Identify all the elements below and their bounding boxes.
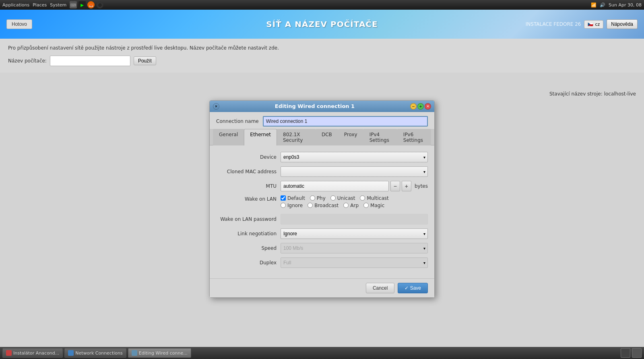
cloned-mac-control — [281, 166, 428, 177]
speed-control: 100 Mb/s 10 Mb/s 1000 Mb/s — [281, 243, 428, 253]
volume-icon: 🔊 — [600, 2, 605, 8]
cloned-mac-label: Cloned MAC address — [216, 169, 281, 174]
network-status-icon: 📶 — [591, 2, 597, 8]
wake-magic-label: Magic — [370, 203, 384, 208]
firefox-icon[interactable]: 🦊 — [87, 1, 95, 8]
wake-broadcast[interactable]: Broadcast — [308, 203, 339, 208]
duplex-row: Duplex Full Half — [216, 257, 428, 268]
mtu-plus-btn[interactable]: + — [402, 181, 411, 191]
dialog-minimize-btn[interactable]: − — [410, 103, 417, 110]
wake-arp[interactable]: Arp — [343, 203, 359, 208]
wake-phy-radio[interactable] — [310, 195, 315, 201]
datetime-label: Sun Apr 30, 08 — [609, 2, 642, 8]
lang-label: cz — [595, 22, 600, 27]
dialog-close-btn[interactable]: ✕ — [425, 103, 431, 110]
tab-ethernet[interactable]: Ethernet — [244, 129, 277, 145]
bytes-label: bytes — [415, 183, 428, 189]
duplex-control: Full Half — [281, 257, 428, 268]
menu-system[interactable]: System — [50, 2, 66, 8]
link-negotiation-label: Link negotiation — [216, 231, 281, 237]
wake-unicast[interactable]: Unicast — [330, 195, 355, 201]
wake-broadcast-label: Broadcast — [314, 203, 339, 208]
header-subtitle: INSTALACE FEDORE 26 — [526, 21, 581, 27]
menu-places[interactable]: Places — [33, 2, 47, 8]
device-control: enp0s3 — [281, 152, 428, 162]
dialog-titlebar: ✕ Editing Wired connection 1 − + ✕ — [210, 101, 434, 112]
connection-name-input[interactable] — [263, 116, 428, 127]
speed-dropdown[interactable]: 100 Mb/s 10 Mb/s 1000 Mb/s — [281, 243, 428, 253]
dialog-footer: Cancel ✓ Save — [210, 278, 434, 297]
wake-password-input[interactable] — [281, 214, 428, 224]
cloned-mac-dropdown[interactable] — [281, 166, 428, 177]
wake-multicast-label: Multicast — [367, 195, 388, 201]
tab-dcb[interactable]: DCB — [316, 129, 338, 145]
lang-selector[interactable]: 🇨🇿 cz — [584, 20, 603, 29]
tab-ipv4-settings[interactable]: IPv4 Settings — [363, 129, 397, 145]
wake-phy-label: Phy — [317, 195, 326, 201]
wake-password-label: Wake on LAN password — [216, 216, 281, 222]
wake-password-control — [281, 214, 428, 224]
duplex-dropdown[interactable]: Full Half — [281, 257, 428, 268]
header-right: INSTALACE FEDORE 26 🇨🇿 cz Nápověda — [526, 19, 638, 29]
ethernet-tab-content: Device enp0s3 Cloned MAC address — [210, 145, 434, 278]
wake-arp-radio[interactable] — [343, 203, 349, 208]
wake-password-row: Wake on LAN password — [216, 214, 428, 224]
flag-icon: 🇨🇿 — [588, 22, 593, 27]
taskbar-top: Applications Places System ⌨ ▶ 🦊 ⊙ 📶 🔊 S… — [0, 0, 644, 10]
device-label: Device — [216, 154, 281, 160]
wake-on-lan-row: Wake on LAN Default Phy Unic — [216, 195, 428, 210]
tab-proxy[interactable]: Proxy — [338, 129, 363, 145]
dialog-close-btn-left[interactable]: ✕ — [213, 103, 219, 110]
wake-phy[interactable]: Phy — [310, 195, 326, 201]
github-icon[interactable]: ⊙ — [96, 1, 103, 8]
wake-multicast[interactable]: Multicast — [360, 195, 388, 201]
dialog-title-buttons-left: ✕ — [213, 103, 219, 110]
speed-row: Speed 100 Mb/s 10 Mb/s 1000 Mb/s — [216, 243, 428, 253]
wake-options: Default Phy Unicast Multicast — [281, 195, 428, 210]
wake-broadcast-radio[interactable] — [308, 203, 313, 208]
taskbar-top-right: 📶 🔊 Sun Apr 30, 08 — [591, 2, 642, 8]
wake-multicast-radio[interactable] — [360, 195, 365, 201]
duplex-label: Duplex — [216, 260, 281, 266]
wake-default-label: Default — [287, 195, 305, 201]
menu-applications[interactable]: Applications — [2, 2, 29, 8]
wake-magic-radio[interactable] — [363, 203, 369, 208]
terminal-icon[interactable]: ▶ — [78, 1, 86, 8]
tab-general[interactable]: General — [213, 129, 244, 145]
app-icons: ⌨ ▶ 🦊 ⊙ — [70, 1, 103, 8]
cancel-button[interactable]: Cancel — [366, 283, 394, 293]
edit-dialog: ✕ Editing Wired connection 1 − + ✕ Conne… — [209, 100, 435, 298]
link-negotiation-dropdown[interactable]: Ignore Automatic Manual — [281, 228, 428, 239]
wake-options-row-1: Default Phy Unicast Multicast — [281, 195, 428, 201]
tab-802-1x-security[interactable]: 802.1X Security — [277, 129, 316, 145]
dialog-title: Editing Wired connection 1 — [219, 103, 410, 109]
dialog-maximize-btn[interactable]: + — [417, 103, 424, 110]
taskbar-top-left: Applications Places System ⌨ ▶ 🦊 ⊙ — [2, 1, 103, 8]
wake-on-lan-label: Wake on LAN — [216, 195, 281, 202]
device-dropdown[interactable]: enp0s3 — [281, 152, 428, 162]
duplex-dropdown-wrap: Full Half — [281, 257, 428, 268]
speed-dropdown-wrap: 100 Mb/s 10 Mb/s 1000 Mb/s — [281, 243, 428, 253]
mtu-label: MTU — [216, 183, 281, 189]
wake-default-checkbox[interactable] — [281, 195, 286, 201]
header-left: Hotovo — [6, 19, 32, 29]
mtu-input[interactable] — [281, 181, 389, 191]
wake-ignore[interactable]: Ignore — [281, 203, 303, 208]
save-button[interactable]: ✓ Save — [398, 283, 428, 293]
wake-magic[interactable]: Magic — [363, 203, 384, 208]
wake-unicast-radio[interactable] — [330, 195, 336, 201]
done-button[interactable]: Hotovo — [6, 19, 32, 29]
wake-default[interactable]: Default — [281, 195, 305, 201]
tab-ipv6-settings[interactable]: IPv6 Settings — [397, 129, 431, 145]
keyboard-icon[interactable]: ⌨ — [70, 1, 77, 8]
header-banner: Hotovo SÍŤ A NÁZEV POČÍTAČE INSTALACE FE… — [0, 10, 644, 39]
wake-unicast-label: Unicast — [337, 195, 355, 201]
connection-name-label: Connection name — [216, 118, 259, 124]
help-button[interactable]: Nápověda — [607, 19, 638, 29]
link-negotiation-control: Ignore Automatic Manual — [281, 228, 428, 239]
tabs-bar: General Ethernet 802.1X Security DCB Pro… — [210, 129, 434, 145]
wake-ignore-radio[interactable] — [281, 203, 286, 208]
wake-options-row-2: Ignore Broadcast Arp Magic — [281, 203, 428, 208]
mtu-minus-btn[interactable]: − — [390, 181, 400, 191]
mtu-control: − + bytes — [281, 181, 428, 191]
